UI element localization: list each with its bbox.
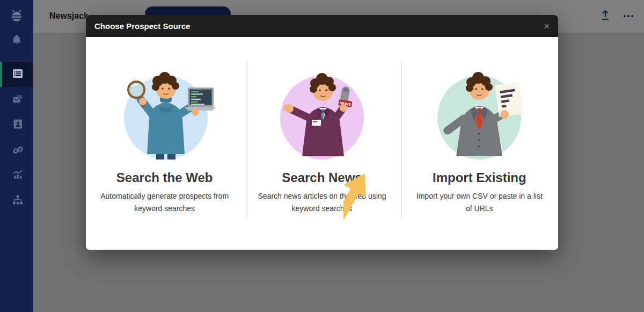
option-description: Automatically generate prospects from ke…	[99, 190, 231, 215]
chart-icon	[11, 168, 24, 183]
modal-body: Search the Web Automatically generate pr…	[86, 37, 558, 250]
option-heading: Import Existing	[433, 170, 526, 185]
column-divider	[246, 61, 247, 217]
option-search-news[interactable]: NEWS Search News	[243, 37, 400, 250]
sidebar-item-campaigns[interactable]	[0, 87, 33, 112]
close-icon[interactable]: ×	[544, 21, 550, 31]
sidebar-item-links[interactable]	[0, 137, 33, 163]
modal-title: Choose Prospect Source	[94, 21, 190, 31]
sidebar-item-contacts[interactable]	[0, 112, 33, 137]
sitemap-icon	[11, 193, 24, 208]
sidebar	[0, 0, 33, 312]
choose-prospect-source-modal: Choose Prospect Source ×	[86, 15, 558, 250]
option-description: Import your own CSV or paste in a list o…	[413, 190, 545, 215]
sidebar-item-sitemap[interactable]	[0, 188, 33, 213]
option-heading: Search News	[282, 170, 362, 185]
link-icon	[11, 143, 24, 158]
option-import-existing[interactable]: Import Existing Import your own CSV or p…	[401, 37, 558, 250]
app-window: Newsjack Choose Prospect Source ×	[0, 0, 644, 312]
option-heading: Search the Web	[116, 170, 213, 185]
import-businessman-illustration	[428, 63, 530, 163]
list-card-icon	[11, 67, 24, 82]
web-searcher-illustration	[114, 63, 216, 163]
sidebar-item-prospects[interactable]	[0, 62, 33, 87]
sidebar-item-analytics[interactable]	[0, 163, 33, 188]
mail-send-icon	[11, 92, 24, 107]
modal-header: Choose Prospect Source ×	[86, 15, 558, 37]
option-search-the-web[interactable]: Search the Web Automatically generate pr…	[86, 37, 243, 250]
column-divider	[401, 61, 402, 217]
bell-icon	[11, 34, 23, 48]
news-reporter-illustration: NEWS	[271, 63, 373, 163]
notifications-button[interactable]	[0, 29, 33, 53]
option-description: Search news articles on the web using ke…	[256, 190, 388, 215]
contact-card-icon	[11, 118, 24, 133]
app-logo-button[interactable]	[0, 5, 33, 29]
bug-logo-icon	[10, 9, 24, 25]
